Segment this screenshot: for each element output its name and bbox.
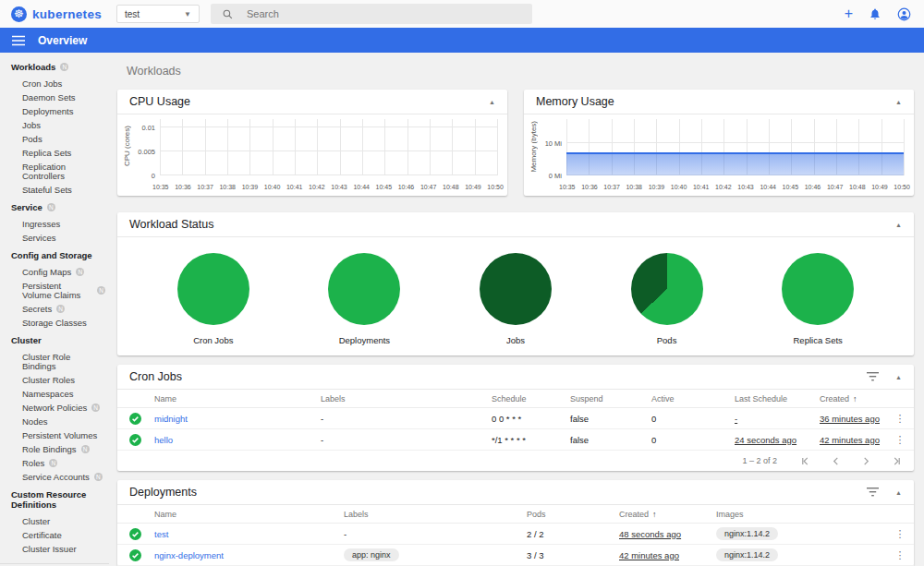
sidebar-item-persistent-volume-claims[interactable]: Persistent Volume ClaimsN xyxy=(0,279,109,302)
x-tick-label: 10:49 xyxy=(465,184,481,190)
sidebar-section-label: Custom Resource Definitions xyxy=(11,489,105,510)
cell-last_schedule: 24 seconds ago xyxy=(735,435,820,445)
sidebar-section-cluster[interactable]: Cluster xyxy=(0,330,109,350)
card-title: Cron Jobs xyxy=(129,370,850,383)
search-input[interactable] xyxy=(245,7,521,20)
sidebar-item-service-accounts[interactable]: Service AccountsN xyxy=(0,470,109,484)
last_schedule-value[interactable]: - xyxy=(735,414,737,424)
notifications-bell-icon[interactable] xyxy=(869,7,881,20)
column-header-created[interactable]: Created↑ xyxy=(619,510,716,519)
column-header-last-schedule[interactable]: Last Schedule xyxy=(735,394,820,403)
sidebar-item-cluster-role-bindings[interactable]: Cluster Role Bindings xyxy=(0,350,109,373)
cpu-usage-card: CPU Usage ▲ CPU (cores) 00.0050.01 10:35… xyxy=(117,90,507,196)
collapse-caret-icon[interactable]: ▲ xyxy=(895,99,902,105)
user-account-icon[interactable] xyxy=(897,7,911,21)
sidebar-item-storage-classes[interactable]: Storage Classes xyxy=(0,316,109,330)
sidebar-item-cluster-issuer[interactable]: Cluster Issuer xyxy=(0,542,109,556)
filter-icon[interactable] xyxy=(867,372,879,381)
sidebar-item-services[interactable]: Services xyxy=(0,231,109,245)
first-page-icon[interactable] xyxy=(801,457,809,465)
sidebar-item-replica-sets[interactable]: Replica Sets xyxy=(0,146,109,160)
column-header-created[interactable]: Created↑ xyxy=(820,394,886,403)
memory-usage-chart: Memory (bytes) 0 Mi10 Mi 10:3510:3610:37… xyxy=(524,114,914,195)
sidebar-item-cluster[interactable]: Cluster xyxy=(0,514,109,528)
sidebar-item-cluster-roles[interactable]: Cluster Roles xyxy=(0,373,109,387)
namespace-selector[interactable]: test ▼ xyxy=(116,5,200,23)
sidebar-item-replication-controllers[interactable]: Replication Controllers xyxy=(0,160,109,183)
sidebar-item-secrets[interactable]: SecretsN xyxy=(0,302,109,316)
collapse-caret-icon[interactable]: ▲ xyxy=(895,222,902,228)
sidebar-section-config-and-storage[interactable]: Config and Storage xyxy=(0,245,109,265)
x-tick-label: 10:43 xyxy=(331,184,347,190)
sidebar-item-label: Jobs xyxy=(22,121,41,130)
cron-jobs-table: NameLabelsScheduleSuspendActiveLast Sche… xyxy=(117,390,914,451)
name-link[interactable]: midnight xyxy=(154,414,188,424)
sidebar-item-role-bindings[interactable]: Role BindingsN xyxy=(0,442,109,456)
x-tick-label: 10:47 xyxy=(827,184,844,190)
sidebar-item-jobs[interactable]: Jobs xyxy=(0,118,109,132)
column-header-labels[interactable]: Labels xyxy=(344,510,527,519)
created-value[interactable]: 36 minutes ago xyxy=(820,414,880,424)
sidebar-item-roles[interactable]: RolesN xyxy=(0,456,109,470)
name-link[interactable]: hello xyxy=(154,435,173,445)
x-tick-label: 10:50 xyxy=(894,184,910,190)
last-page-icon[interactable] xyxy=(893,457,901,465)
sidebar-item-label: Roles xyxy=(22,459,44,468)
card-header: Deployments ▲ xyxy=(117,480,914,505)
created-value[interactable]: 48 seconds ago xyxy=(619,529,681,539)
column-header-images[interactable]: Images xyxy=(716,510,886,519)
menu-hamburger-icon[interactable] xyxy=(12,35,25,46)
column-header-pods[interactable]: Pods xyxy=(527,510,619,519)
cell-labels: - xyxy=(321,435,492,445)
name-link[interactable]: test xyxy=(154,529,168,539)
sidebar-item-ingresses[interactable]: Ingresses xyxy=(0,217,109,231)
sidebar-section-custom-resource-definitions[interactable]: Custom Resource Definitions xyxy=(0,484,109,514)
sidebar-item-config-maps[interactable]: Config MapsN xyxy=(0,265,109,279)
sidebar-item-persistent-volumes[interactable]: Persistent Volumes xyxy=(0,428,109,442)
row-actions-kebab-icon[interactable]: ⋮ xyxy=(886,413,914,425)
sidebar-item-label: Replica Sets xyxy=(22,149,71,158)
status-pie-label: Jobs xyxy=(440,335,591,345)
y-tick-label: 0 xyxy=(152,172,155,180)
sidebar-section-workloads[interactable]: WorkloadsN xyxy=(0,56,109,77)
create-resource-button[interactable]: + xyxy=(845,6,853,21)
x-tick-label: 10:48 xyxy=(849,184,866,190)
sidebar-item-pods[interactable]: Pods xyxy=(0,132,109,146)
collapse-caret-icon[interactable]: ▲ xyxy=(489,99,495,105)
sidebar-item-daemon-sets[interactable]: Daemon Sets xyxy=(0,90,109,104)
sidebar-item-certificate[interactable]: Certificate xyxy=(0,528,109,542)
previous-page-icon[interactable] xyxy=(832,457,840,465)
row-actions-kebab-icon[interactable]: ⋮ xyxy=(886,434,914,446)
cell-schedule: 0 0 * * * xyxy=(492,414,570,424)
card-header: Memory Usage ▲ xyxy=(524,90,914,114)
sidebar-item-cron-jobs[interactable]: Cron Jobs xyxy=(0,77,109,90)
column-header-schedule[interactable]: Schedule xyxy=(492,394,570,403)
pagination-controls xyxy=(801,457,901,465)
kubernetes-logo[interactable]: ☸ kubernetes xyxy=(11,6,107,22)
column-header-suspend[interactable]: Suspend xyxy=(570,394,651,403)
sidebar-item-nodes[interactable]: Nodes xyxy=(0,415,109,428)
sidebar-item-label: Stateful Sets xyxy=(22,186,72,195)
created-value[interactable]: 42 minutes ago xyxy=(820,435,880,445)
sidebar-item-stateful-sets[interactable]: Stateful Sets xyxy=(0,183,109,197)
sidebar-item-label: Services xyxy=(22,234,55,243)
sidebar-item-deployments[interactable]: Deployments xyxy=(0,104,109,118)
sidebar-item-network-policies[interactable]: Network PoliciesN xyxy=(0,401,109,415)
column-header-active[interactable]: Active xyxy=(651,394,735,403)
column-header-name[interactable]: Name xyxy=(154,510,344,519)
row-actions-kebab-icon[interactable]: ⋮ xyxy=(886,549,914,561)
next-page-icon[interactable] xyxy=(862,457,870,465)
created-value[interactable]: 42 minutes ago xyxy=(619,550,679,560)
column-header-labels[interactable]: Labels xyxy=(321,394,492,403)
search-bar[interactable] xyxy=(211,4,532,24)
collapse-caret-icon[interactable]: ▲ xyxy=(895,374,902,380)
sidebar-section-service[interactable]: ServiceN xyxy=(0,197,109,217)
last_schedule-value[interactable]: 24 seconds ago xyxy=(735,435,796,445)
column-header-name[interactable]: Name xyxy=(154,394,321,403)
workload-status-item: Pods xyxy=(591,253,743,345)
sidebar-item-namespaces[interactable]: Namespaces xyxy=(0,387,109,401)
row-actions-kebab-icon[interactable]: ⋮ xyxy=(886,528,914,540)
collapse-caret-icon[interactable]: ▲ xyxy=(895,489,902,496)
filter-icon[interactable] xyxy=(867,488,879,497)
name-link[interactable]: nginx-deployment xyxy=(154,550,224,560)
